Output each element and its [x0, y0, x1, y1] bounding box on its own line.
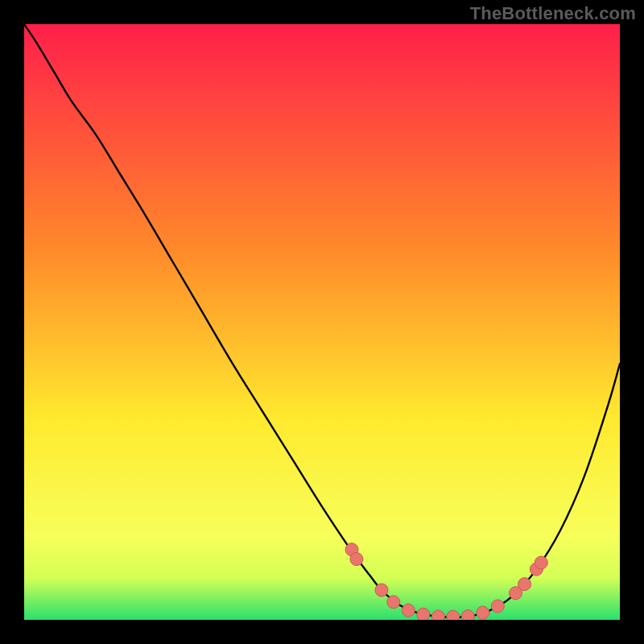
highlight-dot: [477, 606, 489, 619]
highlight-dot: [375, 584, 388, 597]
gradient-background: [24, 24, 620, 620]
highlight-dot: [387, 596, 400, 609]
highlight-dot: [350, 553, 363, 566]
highlight-dot: [461, 610, 474, 620]
highlight-dot: [447, 610, 460, 620]
highlight-dot: [417, 608, 430, 620]
highlight-dot: [535, 556, 547, 569]
highlight-dot: [518, 578, 531, 591]
highlight-dot: [431, 610, 444, 620]
plot-area: [24, 24, 620, 620]
highlight-dot: [402, 604, 415, 617]
watermark-text: TheBottleneck.com: [470, 3, 636, 24]
chart-svg: [24, 24, 620, 620]
highlight-dot: [491, 600, 504, 613]
chart-frame: TheBottleneck.com: [0, 0, 644, 644]
